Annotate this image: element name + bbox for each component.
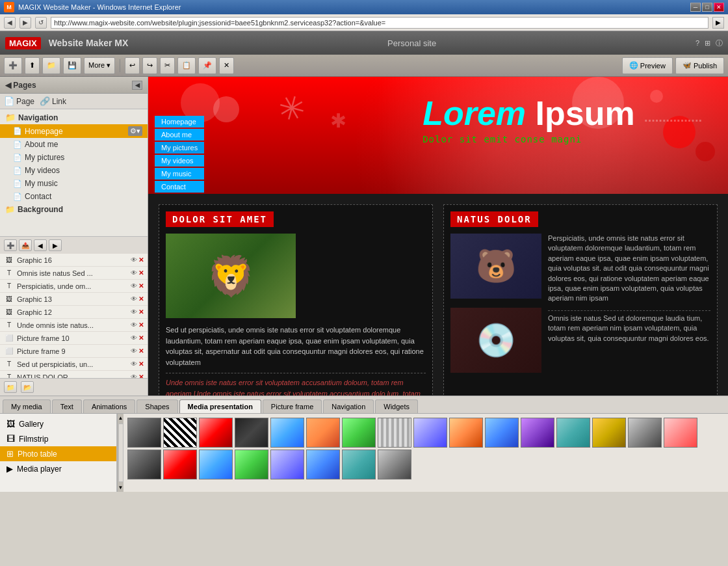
delete-layer-icon[interactable]: ✕ [138,269,144,276]
refresh-button[interactable]: ↺ [35,17,47,29]
nav-about[interactable]: About me [155,129,204,141]
layer-move-button[interactable]: 📤 [19,239,32,251]
canvas-inner[interactable]: ✳ ✱ Homepage About me My pictures My vid… [148,77,728,396]
layer-item[interactable]: T Omnis iste natus Sed ... 👁 ✕ [0,267,148,280]
delete-layer-icon[interactable]: ✕ [138,295,144,303]
tab-widgets[interactable]: Widgets [375,399,418,413]
nav-music[interactable]: My music [155,168,204,180]
thumb-15[interactable] [628,418,662,448]
layer-item[interactable]: T Perspiciatis, unde om... 👁 ✕ [0,280,148,293]
undo-button[interactable]: ↩ [125,57,140,74]
thumb-17[interactable] [127,450,161,479]
media-photo-table[interactable]: ⊞ Photo table [0,446,116,461]
thumb-16[interactable] [664,418,697,448]
eye-icon[interactable]: 👁 [131,360,137,368]
nav-pictures[interactable]: My pictures [155,142,204,154]
layer-next-button[interactable]: ▶ [49,239,62,251]
thumb-20[interactable] [235,450,268,479]
layer-item[interactable]: T Unde omnis iste natus... 👁 ✕ [0,319,148,332]
thumb-10[interactable] [449,418,483,448]
sidebar-item-about[interactable]: 📄 About me [0,138,148,151]
folder-btn1[interactable]: 📁 [4,381,17,393]
maximize-button[interactable]: □ [702,3,712,12]
cut-button[interactable]: ✂ [160,57,175,74]
help2-button[interactable]: ⊞ [705,39,710,47]
thumb-8[interactable] [378,418,411,448]
address-input[interactable] [51,17,708,29]
nav-contact[interactable]: Contact [155,181,204,193]
tab-navigation[interactable]: Navigation [323,399,374,413]
eye-icon[interactable]: 👁 [131,308,137,316]
thumb-13[interactable] [556,418,590,448]
scroll-thumb[interactable] [118,424,124,482]
sidebar-item-contact[interactable]: 📄 Contact [0,190,148,203]
layer-item[interactable]: ⬜ Picture frame 9 👁 ✕ [0,345,148,358]
upload-button[interactable]: ⬆ [25,57,40,74]
preview-button[interactable]: 🌐 Preview [622,57,673,74]
thumb-18[interactable] [163,450,197,479]
layer-prev-button[interactable]: ◀ [34,239,47,251]
tab-shapes[interactable]: Shapes [136,399,177,413]
thumb-9[interactable] [413,418,447,448]
thumb-1[interactable] [127,418,161,448]
go-button[interactable]: ▶ [712,17,724,29]
sidebar-item-homepage[interactable]: 📄 Homepage ⚙▾ [0,124,148,138]
thumb-6[interactable] [306,418,340,448]
delete-button[interactable]: ✕ [219,57,234,74]
media-gallery[interactable]: 🖼 Gallery [0,416,116,431]
layer-item[interactable]: T Sed ut perspiciatis, un... 👁 ✕ [0,358,148,371]
thumb-14[interactable] [592,418,626,448]
eye-icon[interactable]: 👁 [131,282,137,290]
thumb-2[interactable] [163,418,197,448]
thumb-5[interactable] [270,418,304,448]
layer-item[interactable]: 🖼 Graphic 12 👁 ✕ [0,306,148,319]
thumb-3[interactable] [199,418,233,448]
tab-my-media[interactable]: My media [3,399,51,413]
copy-button[interactable]: 📋 [177,57,196,74]
thumb-23[interactable] [342,450,376,479]
layer-item[interactable]: ⬜ Picture frame 10 👁 ✕ [0,332,148,345]
help-button[interactable]: ? [696,39,699,47]
delete-layer-icon[interactable]: ✕ [138,308,144,316]
add-page-button[interactable]: ➕ [4,57,22,74]
thumb-12[interactable] [521,418,554,448]
paste-button[interactable]: 📌 [198,57,216,74]
tab-text[interactable]: Text [52,399,82,413]
delete-layer-icon[interactable]: ✕ [138,256,144,263]
eye-icon[interactable]: 👁 [131,269,137,276]
layer-item[interactable]: 🖼 Graphic 13 👁 ✕ [0,293,148,306]
eye-icon[interactable]: 👁 [131,295,137,303]
publish-button[interactable]: 🦋 Publish [675,57,724,74]
save-button[interactable]: 💾 [63,57,81,74]
folder-button[interactable]: 📁 [42,57,60,74]
eye-icon[interactable]: 👁 [131,321,137,329]
folder-btn2[interactable]: 📂 [21,381,34,393]
back-button[interactable]: ◀ [4,17,16,29]
delete-layer-icon[interactable]: ✕ [138,334,144,342]
info-button[interactable]: ⓘ [716,38,723,48]
tab-media-presentation[interactable]: Media presentation [179,399,261,413]
redo-button[interactable]: ↪ [142,57,157,74]
media-list-scrollbar[interactable]: ▲ ▼ [117,414,124,492]
thumb-21[interactable] [270,450,304,479]
media-filmstrip[interactable]: 🎞 Filmstrip [0,431,116,446]
tab-link[interactable]: 🔗 Link [40,96,66,106]
layer-item[interactable]: 🖼 Graphic 16 👁 ✕ [0,254,148,267]
eye-icon[interactable]: 👁 [131,334,137,342]
tab-animations[interactable]: Animations [83,399,135,413]
window-controls[interactable]: ─ □ ✕ [690,3,724,12]
sidebar-item-pictures[interactable]: 📄 My pictures [0,151,148,164]
thumb-7[interactable] [342,418,376,448]
tab-page[interactable]: 📄 Page [4,96,34,106]
delete-layer-icon[interactable]: ✕ [138,360,144,368]
delete-layer-icon[interactable]: ✕ [138,282,144,290]
homepage-gear-icon[interactable]: ⚙▾ [128,126,142,136]
tab-picture-frame[interactable]: Picture frame [263,399,322,413]
minimize-button[interactable]: ─ [690,3,701,12]
eye-icon[interactable]: 👁 [131,347,137,355]
media-player[interactable]: ▶ Media player [0,461,116,476]
thumb-11[interactable] [485,418,519,448]
thumb-19[interactable] [199,450,233,479]
sidebar-item-videos[interactable]: 📄 My videos [0,164,148,177]
sidebar-item-music[interactable]: 📄 My music [0,177,148,190]
